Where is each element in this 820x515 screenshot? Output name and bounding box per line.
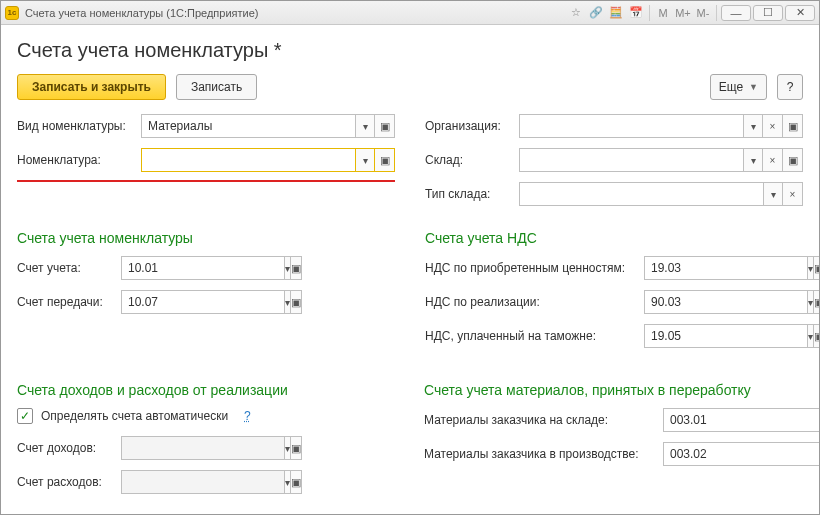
organization-input[interactable]: [519, 114, 743, 138]
dropdown-icon[interactable]: ▾: [763, 182, 783, 206]
memory-mminus[interactable]: M-: [694, 5, 712, 21]
toolbar: Записать и закрыть Записать Еще ▼ ?: [17, 74, 803, 100]
close-button[interactable]: ✕: [785, 5, 815, 21]
more-button[interactable]: Еще ▼: [710, 74, 767, 100]
calculator-icon[interactable]: 🧮: [607, 5, 625, 21]
warehouse-type-field[interactable]: ▾ ×: [519, 182, 803, 206]
help-link[interactable]: ?: [244, 409, 251, 423]
warehouse-field[interactable]: ▾ × ▣: [519, 148, 803, 172]
nomenclature-field[interactable]: ▾ ▣: [141, 148, 395, 172]
open-icon: ▣: [291, 470, 302, 494]
nds-customs-label: НДС, уплаченный на таможне:: [425, 329, 640, 343]
cust-stock-field[interactable]: ▾ ▣: [663, 408, 803, 432]
help-button[interactable]: ?: [777, 74, 803, 100]
account-label: Счет учета:: [17, 261, 117, 275]
dropdown-icon[interactable]: ▾: [743, 114, 763, 138]
nomenclature-type-label: Вид номенклатуры:: [17, 119, 137, 133]
cust-stock-row: Материалы заказчика на складе: ▾ ▣: [424, 408, 803, 432]
open-icon[interactable]: ▣: [814, 324, 819, 348]
open-icon: ▣: [291, 436, 302, 460]
expense-field: ▾ ▣: [121, 470, 261, 494]
dropdown-icon[interactable]: ▾: [807, 290, 814, 314]
materials-section-title: Счета учета материалов, принятых в перер…: [424, 382, 803, 398]
nom-section-title: Счета учета номенклатуры: [17, 230, 395, 246]
link-icon[interactable]: 🔗: [587, 5, 605, 21]
nomenclature-label: Номенклатура:: [17, 153, 137, 167]
dropdown-icon[interactable]: ▾: [355, 148, 375, 172]
clear-icon[interactable]: ×: [783, 182, 803, 206]
open-icon[interactable]: ▣: [814, 290, 819, 314]
income-field: ▾ ▣: [121, 436, 261, 460]
expense-input: [121, 470, 284, 494]
nomenclature-type-field[interactable]: ▾ ▣: [141, 114, 395, 138]
account-input[interactable]: [121, 256, 284, 280]
open-icon[interactable]: ▣: [375, 114, 395, 138]
open-icon[interactable]: ▣: [375, 148, 395, 172]
calendar-icon[interactable]: 📅: [627, 5, 645, 21]
warehouse-row: Склад: ▾ × ▣: [425, 148, 803, 172]
cust-prod-label: Материалы заказчика в производстве:: [424, 447, 659, 461]
memory-m[interactable]: M: [654, 5, 672, 21]
top-left-col: Вид номенклатуры: ▾ ▣ Номенклатура: ▾ ▣: [17, 114, 395, 216]
open-icon[interactable]: ▣: [783, 148, 803, 172]
section-income-expense: Счета доходов и расходов от реализации ✓…: [17, 368, 394, 504]
favorite-icon[interactable]: ☆: [567, 5, 585, 21]
cust-stock-label: Материалы заказчика на складе:: [424, 413, 659, 427]
page-title: Счета учета номенклатуры *: [17, 39, 803, 62]
clear-icon[interactable]: ×: [763, 148, 783, 172]
auto-label: Определять счета автоматически: [41, 409, 228, 423]
dropdown-icon: ▾: [284, 436, 291, 460]
account-field[interactable]: ▾ ▣: [121, 256, 261, 280]
more-label: Еще: [719, 80, 743, 94]
memory-mplus[interactable]: M+: [674, 5, 692, 21]
organization-row: Организация: ▾ × ▣: [425, 114, 803, 138]
open-icon[interactable]: ▣: [291, 290, 302, 314]
auto-check-row: ✓ Определять счета автоматически ?: [17, 408, 394, 424]
dropdown-icon[interactable]: ▾: [284, 290, 291, 314]
dropdown-icon[interactable]: ▾: [807, 324, 814, 348]
cust-prod-field[interactable]: ▾ ▣: [663, 442, 803, 466]
nds-purchased-field[interactable]: ▾ ▣: [644, 256, 784, 280]
income-label: Счет доходов:: [17, 441, 117, 455]
nds-customs-input[interactable]: [644, 324, 807, 348]
nds-purchased-label: НДС по приобретенным ценностям:: [425, 261, 640, 275]
transfer-input[interactable]: [121, 290, 284, 314]
nds-sales-input[interactable]: [644, 290, 807, 314]
transfer-field[interactable]: ▾ ▣: [121, 290, 261, 314]
auto-checkbox[interactable]: ✓: [17, 408, 33, 424]
cust-prod-input[interactable]: [663, 442, 819, 466]
top-right-col: Организация: ▾ × ▣ Склад: ▾ × ▣: [425, 114, 803, 216]
organization-field[interactable]: ▾ × ▣: [519, 114, 803, 138]
nomenclature-type-input[interactable]: [141, 114, 355, 138]
dropdown-icon: ▾: [284, 470, 291, 494]
warehouse-type-input[interactable]: [519, 182, 763, 206]
open-icon[interactable]: ▣: [783, 114, 803, 138]
help-label: ?: [787, 80, 794, 94]
nds-sales-field[interactable]: ▾ ▣: [644, 290, 784, 314]
dropdown-icon[interactable]: ▾: [284, 256, 291, 280]
middle-sections: Счета учета номенклатуры Счет учета: ▾ ▣…: [17, 216, 803, 358]
dropdown-icon[interactable]: ▾: [743, 148, 763, 172]
maximize-button[interactable]: ☐: [753, 5, 783, 21]
save-button[interactable]: Записать: [176, 74, 257, 100]
account-row: Счет учета: ▾ ▣: [17, 256, 395, 280]
cust-stock-input[interactable]: [663, 408, 819, 432]
nds-customs-field[interactable]: ▾ ▣: [644, 324, 784, 348]
section-nds: Счета учета НДС НДС по приобретенным цен…: [425, 216, 803, 358]
dropdown-icon[interactable]: ▾: [355, 114, 375, 138]
save-label: Записать: [191, 80, 242, 94]
warehouse-label: Склад:: [425, 153, 515, 167]
nds-purchased-input[interactable]: [644, 256, 807, 280]
clear-icon[interactable]: ×: [763, 114, 783, 138]
dropdown-icon[interactable]: ▾: [807, 256, 814, 280]
nomenclature-input[interactable]: [141, 148, 355, 172]
warehouse-input[interactable]: [519, 148, 743, 172]
nomenclature-row: Номенклатура: ▾ ▣: [17, 148, 395, 182]
save-and-close-button[interactable]: Записать и закрыть: [17, 74, 166, 100]
content: Счета учета номенклатуры * Записать и за…: [1, 25, 819, 514]
open-icon[interactable]: ▣: [291, 256, 302, 280]
minimize-button[interactable]: —: [721, 5, 751, 21]
nds-sales-label: НДС по реализации:: [425, 295, 640, 309]
income-input: [121, 436, 284, 460]
open-icon[interactable]: ▣: [814, 256, 819, 280]
